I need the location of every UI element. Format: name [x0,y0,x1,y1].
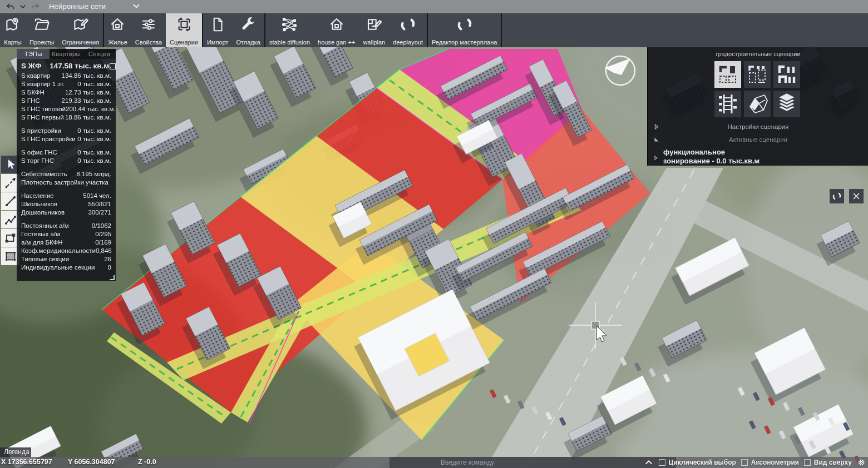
tep-row-value: 5014 чел. [83,192,111,200]
checkbox-icon[interactable] [659,459,665,466]
scenario-blocks-courtyard-button[interactable] [714,61,741,88]
tep-row: S офис ГНС0 тыс. кв.м. [21,148,111,157]
active-scenario-row[interactable]: функциональное зонирование - 0.0 тыс.кв.… [648,148,868,166]
panel-resize-handle[interactable] [110,275,115,280]
toolbar-item-masterplan-editor[interactable]: Редактор мастерплана [428,13,501,47]
scenario-panel: градостроительные сценарии Настройки сце… [647,47,868,166]
expand-item-arrow-icon[interactable] [654,153,658,162]
tep-headline-label: S ЖФ [21,62,41,70]
scenario-settings-label[interactable]: Настройки сценария [728,123,789,130]
toggle-cyclic-selection[interactable]: Циклический выбор [659,459,736,466]
line-icon [4,195,17,208]
toolbar-item-wallplan[interactable]: wallplan [359,13,389,47]
cursor-icon [4,158,17,171]
tab-apartments[interactable]: Квартиры [50,49,82,59]
refresh-icon [832,191,842,201]
scenario-blocks-dashed-button[interactable] [744,61,771,88]
collapse-down-arrow-icon[interactable] [654,137,659,142]
tep-row-label: S офис ГНС [21,148,57,157]
active-scenario-line1: функциональное [663,148,868,157]
chevron-up-icon[interactable] [644,458,654,467]
toggle-label: Циклический выбор [669,459,736,466]
scenario-layers-stack-button[interactable] [773,91,800,117]
close-icon [851,191,861,201]
document-icon [209,16,226,33]
toolbar-item-label: Проекты [29,39,54,46]
tep-row: S пристройки0 тыс. кв.м. [21,127,111,135]
compass[interactable] [605,56,635,85]
tep-row: S квартир134.86 тыс. кв.м. [21,72,111,80]
sections-strip-icon [716,92,740,116]
toolbar-item-maps[interactable]: Карты [0,13,26,47]
tep-row-value: 219.33 тыс. кв.м. [62,97,111,105]
toolbar-item-label: Свойства [135,39,162,46]
coordinate-z: Z -0.0 [138,458,156,466]
close-scenario-button[interactable] [849,189,864,203]
folder-icon [33,16,50,33]
scenario-blocks-bars-button[interactable] [773,61,800,88]
active-scenarios-section: Активные сценарии [648,136,868,143]
toolbar-item-label: stable diffusion [269,39,310,46]
tep-group: S пристройки0 тыс. кв.м.S ГНС пристройки… [21,127,111,143]
title-dropdown-chevron-icon[interactable] [131,1,141,13]
tep-row: а/м для БКФН0/169 [21,238,111,247]
wrench-icon [240,16,257,33]
toolbar-item-stable-diffusion[interactable]: stable diffusion [265,13,314,47]
document-title: Нейронные сети [49,2,106,11]
transform-square-icon [176,16,193,33]
tep-row: S торг ГНС0 тыс. кв.м. [21,157,111,165]
tep-row-value: 0 тыс. кв.м. [77,80,111,88]
tep-row-value: 0,846 [96,247,112,255]
house-icon [109,16,126,33]
coordinate-y: Y 6056.304807 [68,458,115,466]
gear-icon[interactable] [857,458,866,467]
app-window: Нейронные сети КартыПроектыОграниченияЖи… [0,0,868,468]
tab-sections[interactable]: Секции [83,49,116,59]
toolbar-item-house-gan[interactable]: house gan ++ [314,13,359,47]
tep-row-value: 26 [104,255,111,263]
scenario-sections-strip-button[interactable] [714,91,741,117]
tep-row: Гостевых а/м0/295 [21,230,111,238]
polyline-icon [4,213,17,226]
collapse-right-arrow-icon[interactable] [654,124,659,130]
legend-tab[interactable]: Легенда [0,447,31,457]
toolbar-item-housing[interactable]: Жилье [104,13,131,47]
toolbar-item-scenarios[interactable]: Сценарии [166,13,202,47]
toolbar-item-projects[interactable]: Проекты [26,13,58,47]
tep-row: S ГНС типовой200.44 тыс. кв.м. [21,105,111,113]
redo-icon[interactable] [29,1,41,12]
toolbar-item-import[interactable]: Импорт [203,13,232,47]
tep-row: S ГНС219.33 тыс. кв.м. [21,97,111,105]
refresh-scenario-button[interactable] [830,189,844,203]
tep-headline-checkbox[interactable] [110,63,116,69]
tep-row-label: Индивидуальные секции [21,263,95,272]
active-scenarios-label[interactable]: Активные сценарии [729,136,787,143]
undo-icon[interactable] [4,1,17,12]
tep-row-label: S ГНС типовой [21,105,66,113]
toolbar-item-properties[interactable]: Свойства [131,13,166,47]
tep-row-value: 200.44 тыс. кв.м. [66,105,115,113]
toolbar-item-label: Ограничения [62,39,99,46]
tep-headline: S ЖФ 147.58 тыс. кв.м. [17,59,116,72]
house-icon [328,16,345,33]
toolbar-group: КартыПроектыОграничения [0,13,104,47]
view-toggles: Циклический выборАксонометрияВид сверху [659,459,852,466]
tep-headline-value: 147.58 тыс. кв.м. [50,62,111,70]
command-input[interactable] [389,457,676,468]
toolbar-item-deeplayout[interactable]: deeplayout [389,13,427,47]
checkbox-icon[interactable] [804,459,811,466]
scenario-zoning-parcels-button[interactable] [744,91,771,117]
chevron-down-icon[interactable] [17,1,29,12]
tep-row-label: S торг ГНС [21,157,54,165]
toggle-top-view[interactable]: Вид сверху [804,459,852,466]
blocks-courtyard-icon [716,62,740,87]
toggle-axonometry[interactable]: Аксонометрия [741,459,799,466]
sliders-icon [140,16,157,33]
title-bar: Нейронные сети [0,0,868,13]
checkbox-icon[interactable] [741,459,748,466]
toolbar-item-constraints[interactable]: Ограничения [58,13,103,47]
toolbar-item-debug[interactable]: Отладка [232,13,264,47]
network-icon [281,16,298,33]
tep-row-value: 0 тыс. кв.м. [77,127,111,135]
tab-teps[interactable]: ТЭПы [17,49,50,59]
